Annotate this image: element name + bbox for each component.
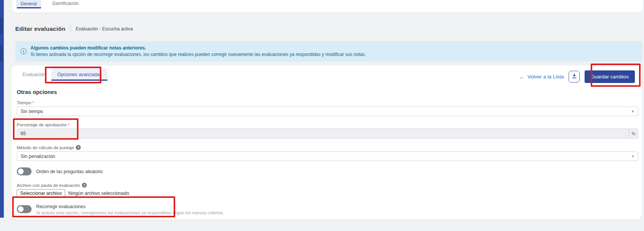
title-divider	[70, 25, 71, 33]
section-title: Otras opciones	[17, 89, 638, 95]
info-icon: i	[21, 48, 27, 54]
card-actions: ← Volver a la Lista Guardar cambios	[519, 70, 635, 83]
page-subtitle: Evaluación - Escucha activa	[76, 26, 133, 32]
toggle-knob	[18, 169, 24, 174]
archivo-label-text: Archivo con pauta de evaluación	[17, 183, 80, 188]
required-asterisk: *	[68, 123, 69, 127]
porcentaje-label: Porcentaje de aprobación *	[17, 123, 638, 127]
recorregir-toggle[interactable]	[17, 205, 32, 213]
archivo-file-row: Seleccionar archivo Ningún archivo selec…	[17, 189, 638, 198]
page-header: Editar evaluación Evaluación - Escucha a…	[15, 25, 133, 33]
sidebar-bump-1[interactable]	[0, 18, 3, 34]
percent-suffix: %	[629, 129, 638, 138]
toggle-knob	[18, 206, 24, 212]
help-icon[interactable]: ?	[76, 145, 81, 150]
card-body: Otras opciones Tiempo * Sin tiempo ▼ Por…	[17, 89, 638, 215]
banner-title: Algunos cambios pueden modificar notas a…	[30, 45, 366, 51]
banner-text: Algunos cambios pueden modificar notas a…	[30, 45, 366, 58]
top-tabs-card	[12, 0, 643, 13]
back-link-label: Volver a la Lista	[527, 74, 564, 80]
card-tabs: Evaluación Opciones avanzadas	[17, 68, 107, 81]
metodo-label: Método de cálculo de puntaje ?	[17, 145, 638, 150]
tab-opciones-avanzadas[interactable]: Opciones avanzadas	[51, 68, 107, 81]
required-asterisk: *	[32, 100, 34, 105]
edit-evaluation-card: Evaluación Opciones avanzadas ← Volver a…	[11, 65, 642, 220]
recorregir-description: Si activas esta opción, corregiremos las…	[36, 210, 224, 215]
file-status-text: Ningún archivo seleccionado	[68, 191, 129, 196]
info-banner: i Algunos cambios pueden modificar notas…	[15, 41, 642, 62]
porcentaje-input-group: %	[17, 129, 638, 139]
select-file-button[interactable]: Seleccionar archivo	[17, 189, 65, 198]
save-changes-button[interactable]: Guardar cambios	[585, 70, 635, 83]
tab-gamificacion[interactable]: Gamificación	[52, 1, 78, 6]
collapsed-sidebar-strip[interactable]	[0, 0, 4, 218]
app-root: { "top_tabs": [ { "label": "General" }, …	[0, 0, 644, 231]
chevron-down-icon: ▼	[631, 154, 634, 158]
download-button[interactable]	[569, 71, 580, 83]
recorregir-row: Recorregir evaluaciones Si activas esta …	[17, 204, 638, 215]
porcentaje-input[interactable]	[17, 129, 629, 138]
metodo-label-text: Método de cálculo de puntaje	[17, 145, 74, 150]
back-to-list-link[interactable]: ← Volver a la Lista	[519, 73, 564, 80]
tab-general-active-underline	[17, 7, 41, 8]
orden-toggle-label: Orden de las preguntas aleatorio	[36, 169, 103, 174]
orden-toggle-row: Orden de las preguntas aleatorio	[17, 167, 638, 175]
field-tiempo: Tiempo * Sin tiempo ▼	[17, 100, 638, 116]
back-arrow-icon: ←	[519, 73, 525, 80]
sidebar-bump-2[interactable]	[0, 45, 3, 62]
porcentaje-label-text: Porcentaje de aprobación	[17, 123, 67, 127]
tiempo-select-value: Sin tiempo	[21, 109, 43, 114]
download-icon	[572, 73, 577, 80]
tiempo-select[interactable]: Sin tiempo ▼	[17, 107, 638, 116]
tab-evaluacion[interactable]: Evaluación	[17, 68, 51, 81]
recorregir-text: Recorregir evaluaciones Si activas esta …	[36, 204, 224, 215]
tiempo-label-text: Tiempo	[17, 100, 31, 105]
metodo-select-value: Sin penalización	[21, 154, 55, 159]
metodo-select[interactable]: Sin penalización ▼	[17, 151, 638, 161]
field-archivo: Archivo con pauta de evaluación ? Selecc…	[17, 183, 638, 198]
field-porcentaje: Porcentaje de aprobación * %	[17, 123, 638, 139]
tiempo-label: Tiempo *	[17, 100, 638, 105]
archivo-label: Archivo con pauta de evaluación ?	[17, 183, 638, 188]
tab-general[interactable]: General	[16, 0, 41, 7]
recorregir-title: Recorregir evaluaciones	[36, 204, 224, 209]
page-title: Editar evaluación	[15, 25, 66, 32]
field-metodo: Método de cálculo de puntaje ? Sin penal…	[17, 145, 638, 161]
orden-toggle[interactable]	[17, 167, 32, 175]
help-icon[interactable]: ?	[82, 183, 87, 188]
banner-body: Si tienes activada la opción de recorreg…	[30, 51, 366, 58]
chevron-down-icon: ▼	[631, 109, 634, 113]
